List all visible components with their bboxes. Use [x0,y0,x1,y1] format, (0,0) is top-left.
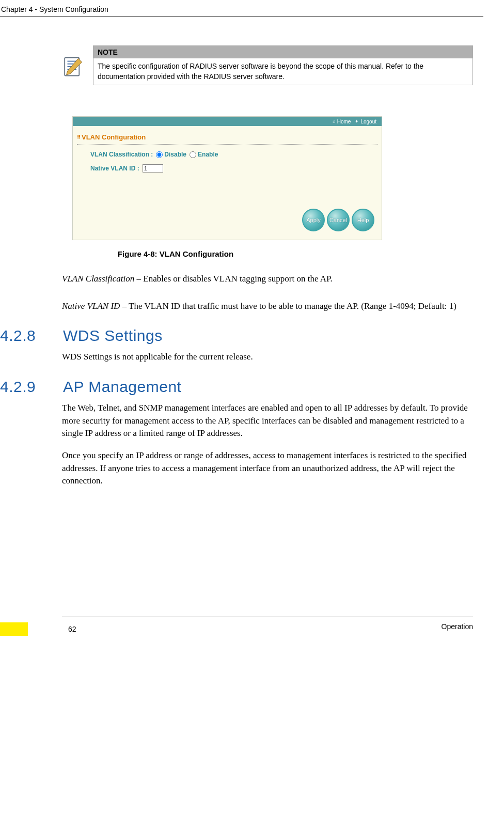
vlan-classification-row: VLAN Classification : Disable Enable [90,151,377,158]
note-body: The specific configuration of RADIUS ser… [93,58,472,85]
enable-radio[interactable]: Enable [190,151,218,158]
note-heading: NOTE [93,46,472,58]
enable-radio-input[interactable] [190,151,196,158]
home-icon: ⌂ [333,119,335,124]
panel-title: ⠿ VLAN Configuration [77,133,377,145]
vlan-classification-label: VLAN Classification : [90,151,153,158]
paragraph: Once you specify an IP address or range … [62,449,473,488]
paragraph: WDS Settings is not applicable for the c… [62,351,473,364]
apply-button[interactable]: Apply [302,209,325,231]
term: VLAN Classification [62,274,134,284]
disable-radio[interactable]: Disable [156,151,186,158]
paragraph: The Web, Telnet, and SNMP management int… [62,402,473,440]
term: Native VLAN ID [62,301,120,311]
paragraph: Native VLAN ID – The VLAN ID that traffi… [62,300,473,313]
native-vlan-label: Native VLAN ID : [90,165,139,172]
section-heading: 4.2.8 WDS Settings [0,327,473,345]
help-button[interactable]: Help [352,209,374,231]
logout-link[interactable]: ✦Logout [355,119,376,124]
native-vlan-row: Native VLAN ID : [90,164,377,173]
disable-radio-input[interactable] [156,151,163,158]
chapter-header: Chapter 4 - System Configuration [0,5,483,17]
figure-caption: Figure 4-8: VLAN Configuration [21,249,330,258]
note-icon [62,56,84,77]
paragraph: VLAN Classification – Enables or disable… [62,273,473,286]
page-number: 62 [68,625,76,633]
home-link[interactable]: ⌂Home [333,119,351,124]
section-heading: 4.2.9 AP Management [0,378,473,396]
native-vlan-input[interactable] [143,164,163,173]
divider [0,17,483,17]
panel-topbar: ⌂Home ✦Logout [73,117,382,126]
logout-icon: ✦ [355,119,359,124]
vlan-config-panel: ⌂Home ✦Logout ⠿ VLAN Configuration VLAN … [72,116,382,240]
footer: 62 Operation [0,617,483,646]
section-title: WDS Settings [63,327,163,345]
footer-label: Operation [442,622,473,636]
section-title: AP Management [63,378,181,396]
divider [62,617,473,617]
note-block: NOTE The specific configuration of RADIU… [62,45,473,85]
cancel-button[interactable]: Cancel [327,209,350,231]
section-number: 4.2.9 [0,378,48,396]
section-number: 4.2.8 [0,327,48,345]
figure: ⌂Home ✦Logout ⠿ VLAN Configuration VLAN … [72,116,473,258]
grid-icon: ⠿ [77,134,80,140]
page-marker [0,622,28,636]
